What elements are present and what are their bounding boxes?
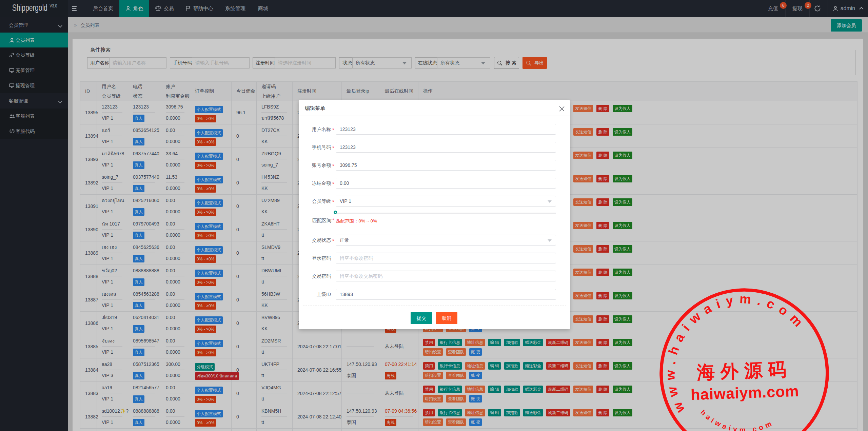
svg-text:haiwaiym.com: haiwaiym.com xyxy=(690,382,799,403)
svg-text:海外源码: 海外源码 xyxy=(696,359,792,383)
svg-text:haiwaiym.com: haiwaiym.com xyxy=(699,406,775,431)
